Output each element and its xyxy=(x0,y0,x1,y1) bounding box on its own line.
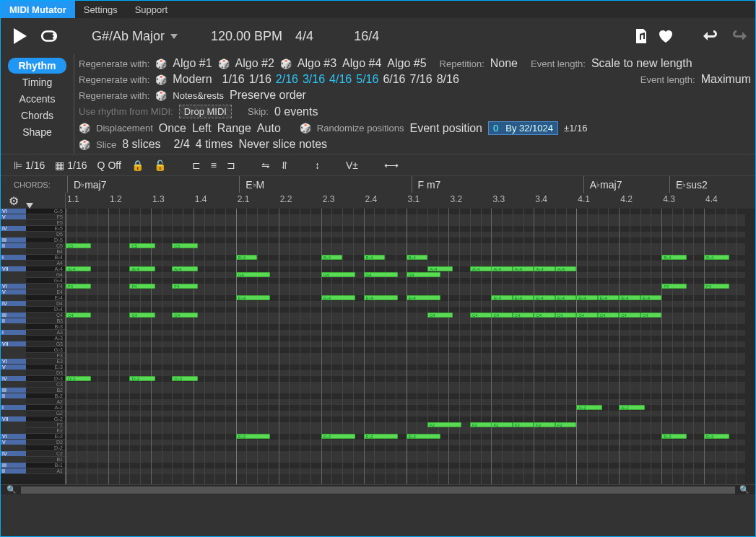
piano-key-B2[interactable]: B2 xyxy=(26,388,65,393)
midi-note[interactable]: G4 xyxy=(236,272,270,277)
velocity-button[interactable]: V± xyxy=(346,160,358,171)
cat-rhythm[interactable]: Rhythm xyxy=(8,58,66,74)
evlen-value2[interactable]: Maximum xyxy=(701,73,751,86)
piano-key-B3[interactable]: B3 xyxy=(26,318,65,324)
unlock-button[interactable]: 🔓 xyxy=(154,160,166,171)
midi-note[interactable]: A♭4 xyxy=(129,266,155,271)
evlen-value[interactable]: Scale to new length xyxy=(591,57,692,70)
midi-note[interactable]: A♭4 xyxy=(427,266,453,271)
midi-note[interactable]: D♭3 xyxy=(129,376,155,381)
piano-key-F3[interactable]: F3 xyxy=(26,353,65,359)
midi-note[interactable]: C4 xyxy=(129,313,155,318)
midi-note[interactable]: E♭4 xyxy=(576,295,597,300)
align-center-button[interactable]: ≡ xyxy=(211,160,217,171)
piano-key-D♭2[interactable]: D♭2 xyxy=(26,445,65,451)
play-button[interactable] xyxy=(14,28,27,44)
midi-note[interactable]: C4 xyxy=(619,313,640,318)
flip-h-button[interactable]: ⇋ xyxy=(261,160,270,171)
piano-key-E♭2[interactable]: E♭2 xyxy=(26,434,65,440)
midi-note[interactable]: F4 xyxy=(661,284,687,289)
algo-2[interactable]: Algo #2 xyxy=(235,57,274,70)
midi-note[interactable]: B♭4 xyxy=(321,255,342,260)
piano-key-C4[interactable]: C4 xyxy=(26,313,65,318)
frac-5-16[interactable]: 5/16 xyxy=(356,73,378,85)
chord-E♭-M[interactable]: E♭ M xyxy=(239,176,411,193)
midi-note[interactable]: B♭4 xyxy=(407,255,427,260)
midi-file-button[interactable] xyxy=(634,28,648,44)
midi-note[interactable]: F2 xyxy=(491,422,512,427)
piano-key-D♭3[interactable]: D♭3 xyxy=(26,376,65,382)
midi-note[interactable]: E♭4 xyxy=(619,295,640,300)
frac-3-16[interactable]: 3/16 xyxy=(303,73,325,85)
piano-key-C5[interactable]: C5 xyxy=(26,243,65,249)
stretch-button[interactable]: ⟷ xyxy=(384,160,399,171)
piano-key-F2[interactable]: F2 xyxy=(26,422,65,428)
midi-note[interactable]: A♭4 xyxy=(172,266,197,271)
piano-key-G♭3[interactable]: G♭3 xyxy=(26,347,65,353)
frac-4-16[interactable]: 4/16 xyxy=(329,73,352,85)
chord-E♭-sus2[interactable]: E♭ sus2 xyxy=(669,176,755,193)
piano-key-A♭3[interactable]: A♭3 xyxy=(26,336,65,341)
midi-note[interactable]: A♭2 xyxy=(576,405,601,410)
midi-note[interactable]: E♭4 xyxy=(534,295,555,300)
midi-note[interactable]: C4 xyxy=(513,313,534,318)
transpose-button[interactable]: ↕ xyxy=(315,160,320,171)
midi-note[interactable]: F4 xyxy=(704,284,729,289)
piano-key-B1[interactable]: B1 xyxy=(26,457,65,463)
slice-frac[interactable]: 2/4 xyxy=(174,138,190,151)
redo-button[interactable] xyxy=(729,30,748,43)
menu-tab-midi-mutator[interactable]: MIDI Mutator xyxy=(1,1,75,18)
midi-note[interactable]: E♭4 xyxy=(555,295,576,300)
midi-note[interactable]: E♭4 xyxy=(640,295,661,300)
midi-note[interactable]: B♭4 xyxy=(364,255,385,260)
midi-note[interactable]: C4 xyxy=(576,313,597,318)
event-position[interactable]: Event position xyxy=(409,122,482,135)
midi-note[interactable]: E♭4 xyxy=(364,295,398,300)
vertical-scrollbar[interactable] xyxy=(745,209,755,484)
piano-key-F4[interactable]: F4 xyxy=(26,284,65,289)
algo-5[interactable]: Algo #5 xyxy=(387,57,426,70)
piano-key-D4[interactable]: D4 xyxy=(26,301,65,307)
midi-note[interactable]: G4 xyxy=(364,272,398,277)
mode-notesrests[interactable]: Notes&rests xyxy=(173,90,224,101)
piano-key-B♭4[interactable]: B♭4 xyxy=(26,255,65,261)
cat-shape[interactable]: Shape xyxy=(8,124,66,140)
midi-note[interactable]: E♭4 xyxy=(513,295,534,300)
slice-count[interactable]: 8 slices xyxy=(122,138,160,151)
piano-key-E♭4[interactable]: E♭4 xyxy=(26,295,65,301)
midi-note[interactable]: E♭2 xyxy=(321,434,355,439)
align-left-button[interactable]: ⊏ xyxy=(192,160,201,171)
piano-key-B4[interactable]: B4 xyxy=(26,249,65,255)
position-input[interactable]: 0 By 32/1024 xyxy=(488,121,558,135)
algo-1[interactable]: Algo #1 xyxy=(173,57,212,70)
drop-midi-target[interactable]: Drop MIDI xyxy=(179,105,232,118)
midi-note[interactable]: A♭4 xyxy=(534,266,555,271)
align-right-button[interactable]: ⊐ xyxy=(227,160,235,171)
zoom-in-icon[interactable]: 🔍 xyxy=(739,485,750,494)
piano-key-A♭4[interactable]: A♭4 xyxy=(26,266,65,272)
favorite-button[interactable] xyxy=(657,28,674,44)
midi-note[interactable]: C4 xyxy=(598,313,619,318)
midi-note[interactable]: E♭4 xyxy=(491,295,512,300)
midi-note[interactable]: F2 xyxy=(513,422,534,427)
piano-key-C2[interactable]: C2 xyxy=(26,451,65,457)
chord-A♭-maj7[interactable]: A♭ maj7 xyxy=(583,176,669,193)
midi-note[interactable]: C4 xyxy=(491,313,512,318)
piano-key-E3[interactable]: E3 xyxy=(26,359,65,364)
midi-note[interactable]: F2 xyxy=(534,422,555,427)
midi-note[interactable]: F4 xyxy=(129,284,155,289)
midi-note[interactable]: G4 xyxy=(407,272,440,277)
piano-key-A4[interactable]: A4 xyxy=(26,261,65,266)
key-selector[interactable]: G#/Ab Major xyxy=(92,29,178,44)
piano-key-D♭5[interactable]: D♭5 xyxy=(26,237,65,243)
piano-key-B♭2[interactable]: B♭2 xyxy=(26,393,65,399)
piano-key-E5[interactable]: E5 xyxy=(26,220,65,226)
algo-4[interactable]: Algo #4 xyxy=(342,57,381,70)
timeline-ruler[interactable]: 1.11.21.31.42.12.22.32.43.13.23.33.44.14… xyxy=(66,193,755,209)
frac-1-16[interactable]: 1/16 xyxy=(249,73,271,85)
piano-key-G3[interactable]: G3 xyxy=(26,341,65,347)
piano-keyboard[interactable]: G♭5F5E5E♭5D5D♭5C5B4B♭4A4A♭4G4G♭4F4E4E♭4D… xyxy=(26,209,66,484)
midi-note[interactable]: F2 xyxy=(555,422,576,427)
loop-button[interactable] xyxy=(40,29,58,43)
scroll-thumb[interactable] xyxy=(21,486,735,494)
